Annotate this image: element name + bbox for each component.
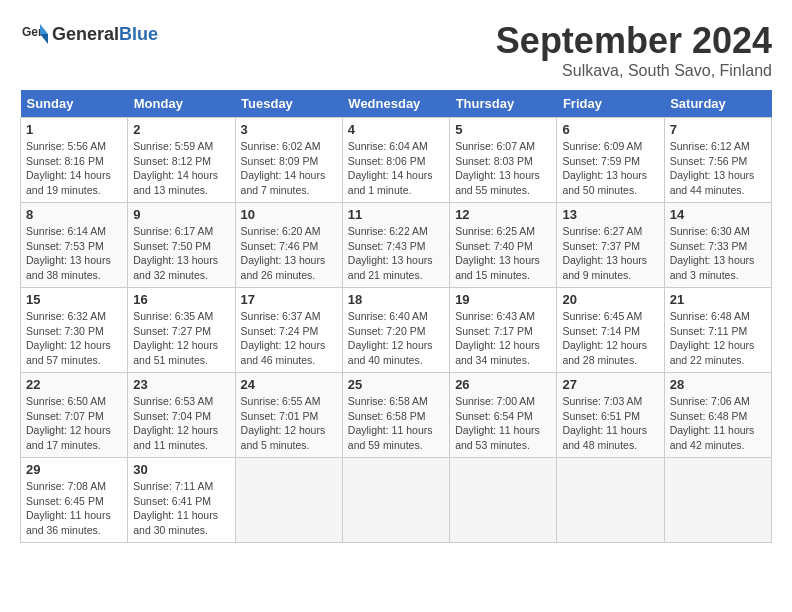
day-info: Sunrise: 6:12 AM Sunset: 7:56 PM Dayligh… <box>670 139 766 198</box>
day-info: Sunrise: 6:58 AM Sunset: 6:58 PM Dayligh… <box>348 394 444 453</box>
day-cell: 12Sunrise: 6:25 AM Sunset: 7:40 PM Dayli… <box>450 203 557 288</box>
day-number: 28 <box>670 377 766 392</box>
day-cell: 1Sunrise: 5:56 AM Sunset: 8:16 PM Daylig… <box>21 118 128 203</box>
day-cell: 4Sunrise: 6:04 AM Sunset: 8:06 PM Daylig… <box>342 118 449 203</box>
day-info: Sunrise: 6:17 AM Sunset: 7:50 PM Dayligh… <box>133 224 229 283</box>
col-header-sunday: Sunday <box>21 90 128 118</box>
day-number: 22 <box>26 377 122 392</box>
day-cell: 11Sunrise: 6:22 AM Sunset: 7:43 PM Dayli… <box>342 203 449 288</box>
svg-marker-2 <box>40 34 48 44</box>
col-header-friday: Friday <box>557 90 664 118</box>
location-subtitle: Sulkava, South Savo, Finland <box>496 62 772 80</box>
day-info: Sunrise: 7:06 AM Sunset: 6:48 PM Dayligh… <box>670 394 766 453</box>
day-info: Sunrise: 6:37 AM Sunset: 7:24 PM Dayligh… <box>241 309 337 368</box>
day-number: 23 <box>133 377 229 392</box>
day-cell: 14Sunrise: 6:30 AM Sunset: 7:33 PM Dayli… <box>664 203 771 288</box>
day-cell: 19Sunrise: 6:43 AM Sunset: 7:17 PM Dayli… <box>450 288 557 373</box>
day-cell: 5Sunrise: 6:07 AM Sunset: 8:03 PM Daylig… <box>450 118 557 203</box>
day-number: 16 <box>133 292 229 307</box>
day-info: Sunrise: 6:40 AM Sunset: 7:20 PM Dayligh… <box>348 309 444 368</box>
day-cell: 8Sunrise: 6:14 AM Sunset: 7:53 PM Daylig… <box>21 203 128 288</box>
day-info: Sunrise: 7:08 AM Sunset: 6:45 PM Dayligh… <box>26 479 122 538</box>
day-info: Sunrise: 5:56 AM Sunset: 8:16 PM Dayligh… <box>26 139 122 198</box>
day-number: 17 <box>241 292 337 307</box>
day-cell: 2Sunrise: 5:59 AM Sunset: 8:12 PM Daylig… <box>128 118 235 203</box>
day-info: Sunrise: 7:03 AM Sunset: 6:51 PM Dayligh… <box>562 394 658 453</box>
col-header-tuesday: Tuesday <box>235 90 342 118</box>
week-row-4: 22Sunrise: 6:50 AM Sunset: 7:07 PM Dayli… <box>21 373 772 458</box>
logo-general-text: General <box>52 24 119 45</box>
day-info: Sunrise: 6:07 AM Sunset: 8:03 PM Dayligh… <box>455 139 551 198</box>
day-cell: 23Sunrise: 6:53 AM Sunset: 7:04 PM Dayli… <box>128 373 235 458</box>
day-number: 13 <box>562 207 658 222</box>
day-cell: 28Sunrise: 7:06 AM Sunset: 6:48 PM Dayli… <box>664 373 771 458</box>
week-row-1: 1Sunrise: 5:56 AM Sunset: 8:16 PM Daylig… <box>21 118 772 203</box>
day-cell <box>557 458 664 543</box>
day-number: 21 <box>670 292 766 307</box>
day-cell: 20Sunrise: 6:45 AM Sunset: 7:14 PM Dayli… <box>557 288 664 373</box>
day-info: Sunrise: 6:02 AM Sunset: 8:09 PM Dayligh… <box>241 139 337 198</box>
day-number: 14 <box>670 207 766 222</box>
day-number: 25 <box>348 377 444 392</box>
day-info: Sunrise: 6:53 AM Sunset: 7:04 PM Dayligh… <box>133 394 229 453</box>
day-number: 20 <box>562 292 658 307</box>
day-info: Sunrise: 6:32 AM Sunset: 7:30 PM Dayligh… <box>26 309 122 368</box>
col-header-thursday: Thursday <box>450 90 557 118</box>
day-number: 3 <box>241 122 337 137</box>
day-number: 9 <box>133 207 229 222</box>
day-cell <box>235 458 342 543</box>
day-info: Sunrise: 7:00 AM Sunset: 6:54 PM Dayligh… <box>455 394 551 453</box>
day-number: 19 <box>455 292 551 307</box>
col-header-monday: Monday <box>128 90 235 118</box>
day-info: Sunrise: 6:20 AM Sunset: 7:46 PM Dayligh… <box>241 224 337 283</box>
day-cell: 29Sunrise: 7:08 AM Sunset: 6:45 PM Dayli… <box>21 458 128 543</box>
day-number: 29 <box>26 462 122 477</box>
day-number: 8 <box>26 207 122 222</box>
day-number: 6 <box>562 122 658 137</box>
day-number: 10 <box>241 207 337 222</box>
day-cell: 10Sunrise: 6:20 AM Sunset: 7:46 PM Dayli… <box>235 203 342 288</box>
logo-icon: Gen <box>20 20 48 48</box>
day-info: Sunrise: 6:48 AM Sunset: 7:11 PM Dayligh… <box>670 309 766 368</box>
day-info: Sunrise: 6:04 AM Sunset: 8:06 PM Dayligh… <box>348 139 444 198</box>
day-number: 27 <box>562 377 658 392</box>
col-header-saturday: Saturday <box>664 90 771 118</box>
day-cell: 27Sunrise: 7:03 AM Sunset: 6:51 PM Dayli… <box>557 373 664 458</box>
week-row-3: 15Sunrise: 6:32 AM Sunset: 7:30 PM Dayli… <box>21 288 772 373</box>
day-number: 24 <box>241 377 337 392</box>
day-cell: 6Sunrise: 6:09 AM Sunset: 7:59 PM Daylig… <box>557 118 664 203</box>
day-cell: 26Sunrise: 7:00 AM Sunset: 6:54 PM Dayli… <box>450 373 557 458</box>
week-row-5: 29Sunrise: 7:08 AM Sunset: 6:45 PM Dayli… <box>21 458 772 543</box>
month-title: September 2024 <box>496 20 772 62</box>
day-info: Sunrise: 6:35 AM Sunset: 7:27 PM Dayligh… <box>133 309 229 368</box>
day-cell <box>342 458 449 543</box>
day-info: Sunrise: 6:55 AM Sunset: 7:01 PM Dayligh… <box>241 394 337 453</box>
day-number: 30 <box>133 462 229 477</box>
day-number: 7 <box>670 122 766 137</box>
day-info: Sunrise: 5:59 AM Sunset: 8:12 PM Dayligh… <box>133 139 229 198</box>
logo: Gen GeneralBlue <box>20 20 158 48</box>
day-cell <box>450 458 557 543</box>
calendar-table: SundayMondayTuesdayWednesdayThursdayFrid… <box>20 90 772 543</box>
day-cell: 22Sunrise: 6:50 AM Sunset: 7:07 PM Dayli… <box>21 373 128 458</box>
day-number: 2 <box>133 122 229 137</box>
day-info: Sunrise: 7:11 AM Sunset: 6:41 PM Dayligh… <box>133 479 229 538</box>
day-info: Sunrise: 6:27 AM Sunset: 7:37 PM Dayligh… <box>562 224 658 283</box>
day-cell: 13Sunrise: 6:27 AM Sunset: 7:37 PM Dayli… <box>557 203 664 288</box>
day-info: Sunrise: 6:30 AM Sunset: 7:33 PM Dayligh… <box>670 224 766 283</box>
day-info: Sunrise: 6:43 AM Sunset: 7:17 PM Dayligh… <box>455 309 551 368</box>
day-cell: 17Sunrise: 6:37 AM Sunset: 7:24 PM Dayli… <box>235 288 342 373</box>
header-row: SundayMondayTuesdayWednesdayThursdayFrid… <box>21 90 772 118</box>
day-number: 18 <box>348 292 444 307</box>
logo-blue-text: Blue <box>119 24 158 45</box>
day-cell: 7Sunrise: 6:12 AM Sunset: 7:56 PM Daylig… <box>664 118 771 203</box>
day-info: Sunrise: 6:45 AM Sunset: 7:14 PM Dayligh… <box>562 309 658 368</box>
day-cell: 25Sunrise: 6:58 AM Sunset: 6:58 PM Dayli… <box>342 373 449 458</box>
day-number: 11 <box>348 207 444 222</box>
day-info: Sunrise: 6:14 AM Sunset: 7:53 PM Dayligh… <box>26 224 122 283</box>
day-number: 4 <box>348 122 444 137</box>
col-header-wednesday: Wednesday <box>342 90 449 118</box>
day-cell: 24Sunrise: 6:55 AM Sunset: 7:01 PM Dayli… <box>235 373 342 458</box>
title-area: September 2024 Sulkava, South Savo, Finl… <box>496 20 772 80</box>
day-info: Sunrise: 6:25 AM Sunset: 7:40 PM Dayligh… <box>455 224 551 283</box>
